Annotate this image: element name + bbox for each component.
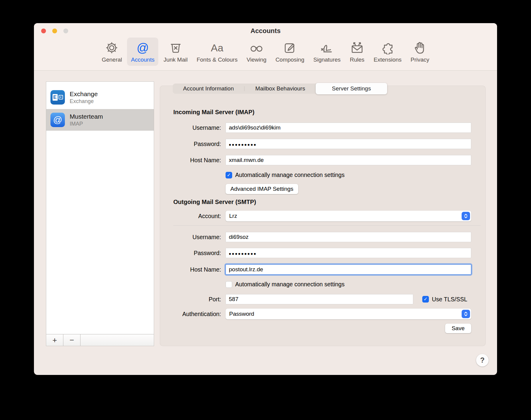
outgoing-password-label: Password: [160,250,221,257]
incoming-heading: Incoming Mail Server (IMAP) [173,109,254,116]
sidebar-bottom-filler [80,334,154,346]
toolbar-item-junk-mail[interactable]: Junk Mail [159,38,191,66]
authentication-label: Authentication: [160,311,221,318]
account-row-musterteam[interactable]: @ Musterteam IMAP [46,109,154,131]
toolbar-item-privacy[interactable]: Privacy [407,38,433,66]
glasses-icon [249,40,264,56]
hand-icon [414,40,426,56]
server-settings-panel: Incoming Mail Server (IMAP) Username: Pa… [160,86,486,346]
popup-stepper-icon [462,212,470,220]
account-name: Exchange [70,90,98,98]
at-account-icon: @ [50,113,65,127]
tls-checkbox[interactable]: ✓ [422,296,429,303]
compose-icon [283,40,297,56]
accounts-preferences-window: Accounts General @ Accounts [34,23,497,375]
save-button[interactable]: Save [445,324,471,333]
incoming-password-input[interactable] [226,139,471,149]
outgoing-account-label: Account: [160,213,221,220]
incoming-auto-manage-checkbox[interactable]: ✓ [226,172,232,178]
toolbar-item-label: Rules [350,57,365,63]
incoming-host-input[interactable] [226,155,471,165]
outgoing-host-label: Host Name: [160,266,221,273]
tab-account-information[interactable]: Account Information [173,84,244,94]
toolbar-item-accounts[interactable]: @ Accounts [127,38,158,66]
at-icon: @ [137,40,149,56]
accounts-sidebar: E ✕ Exchange Exchange @ Musterteam IMAP … [46,81,154,346]
outgoing-username-input[interactable] [226,232,471,242]
gear-icon [105,40,119,56]
remove-account-button[interactable]: − [63,334,80,346]
question-mark-icon: ? [480,356,485,364]
incoming-host-label: Host Name: [160,157,221,164]
toolbar-item-composing[interactable]: Composing [272,38,308,66]
account-type: IMAP [70,120,103,127]
toolbar-item-label: Extensions [374,57,402,63]
account-tabs: Account Information Mailbox Behaviours S… [173,84,387,94]
incoming-auto-manage-row: ✓ Automatically manage connection settin… [226,172,344,178]
toolbar-item-extensions[interactable]: Extensions [370,38,405,66]
toolbar-item-label: Junk Mail [163,57,187,63]
add-account-button[interactable]: + [46,334,63,346]
toolbar-item-signatures[interactable]: Signatures [309,38,344,66]
incoming-password-label: Password: [160,141,221,148]
minus-icon: − [69,336,74,344]
exchange-icon: E ✕ [50,90,65,105]
toolbar-item-general[interactable]: General [98,38,126,66]
account-type: Exchange [70,98,98,105]
window-title: Accounts [34,27,497,35]
envelope-arrows-icon [350,40,365,56]
junk-basket-icon [169,40,183,56]
toolbar-item-label: Privacy [411,57,429,63]
authentication-select[interactable]: Password [226,309,471,319]
tls-row: ✓ Use TLS/SSL [422,296,467,303]
fonts-icon: Aa [211,40,223,56]
account-name: Musterteam [70,113,103,120]
tls-label: Use TLS/SSL [432,296,467,303]
puzzle-icon [380,40,395,56]
toolbar: Accounts General @ Accounts [34,23,497,71]
toolbar-item-rules[interactable]: Rules [346,38,369,66]
help-button[interactable]: ? [476,354,489,367]
port-input[interactable] [226,294,413,304]
signature-icon [319,40,335,56]
smtp-account-select[interactable]: Lrz [226,211,471,221]
outgoing-password-input[interactable] [226,248,471,258]
sidebar-bottom-bar: + − [46,334,154,346]
toolbar-item-label: Signatures [313,57,341,63]
outgoing-auto-manage-checkbox[interactable]: ✓ [226,281,232,288]
account-row-exchange[interactable]: E ✕ Exchange Exchange [46,85,154,109]
toolbar-item-label: Fonts & Colours [197,57,238,63]
tab-server-settings[interactable]: Server Settings [316,83,387,94]
advanced-imap-settings-button[interactable]: Advanced IMAP Settings [226,184,298,194]
toolbar-item-viewing[interactable]: Viewing [243,38,270,66]
outgoing-host-input[interactable] [226,264,471,275]
incoming-username-label: Username: [160,124,221,131]
outgoing-heading: Outgoing Mail Server (SMTP) [173,199,256,205]
port-label: Port: [160,296,221,303]
checkmark-icon: ✓ [423,297,427,302]
section-divider [173,225,481,226]
outgoing-username-label: Username: [160,234,221,241]
toolbar-item-label: Viewing [247,57,266,63]
checkmark-icon: ✓ [227,173,231,178]
incoming-username-input[interactable] [226,123,471,133]
toolbar-item-label: Composing [275,57,304,63]
popup-stepper-icon [462,310,470,318]
tab-mailbox-behaviours[interactable]: Mailbox Behaviours [244,84,316,94]
outgoing-auto-manage-row: ✓ Automatically manage connection settin… [226,281,344,288]
toolbar-items: General @ Accounts Junk Mail Aa Fonts & … [34,38,497,66]
outgoing-auto-manage-label: Automatically manage connection settings [235,281,344,288]
toolbar-item-label: Accounts [131,57,154,63]
toolbar-item-fonts-colours[interactable]: Aa Fonts & Colours [193,38,241,66]
plus-icon: + [52,336,57,344]
incoming-auto-manage-label: Automatically manage connection settings [235,172,344,178]
accounts-list: E ✕ Exchange Exchange @ Musterteam IMAP [46,82,154,334]
toolbar-item-label: General [102,57,122,63]
